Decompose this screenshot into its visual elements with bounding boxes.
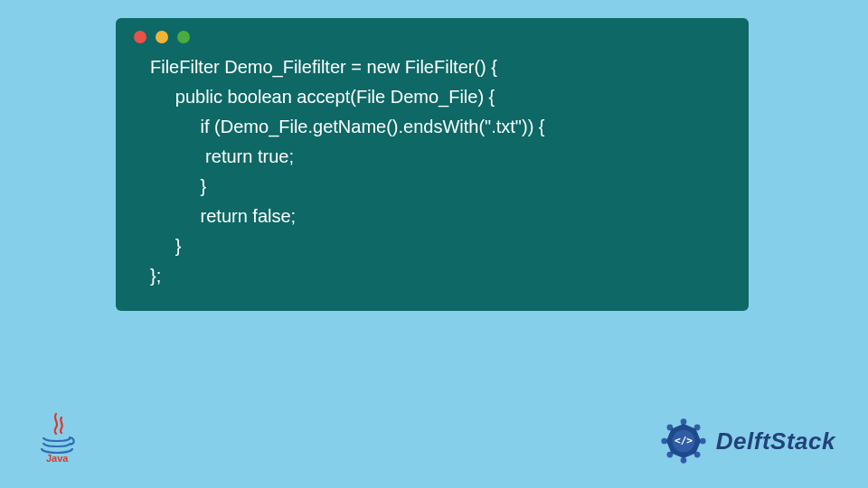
code-window: FileFilter Demo_Filefilter = new FileFil… — [116, 18, 749, 311]
window-controls — [116, 18, 749, 51]
code-line: }; — [150, 266, 161, 286]
delftstack-logo-label: DelftStack — [716, 427, 835, 455]
svg-text:</>: </> — [675, 435, 693, 446]
code-line: return true; — [150, 146, 294, 166]
code-line: if (Demo_File.getName().endsWith(".txt")… — [150, 117, 545, 136]
code-line: } — [150, 236, 181, 256]
minimize-icon[interactable] — [156, 31, 168, 43]
close-icon[interactable] — [134, 31, 146, 43]
maximize-icon[interactable] — [177, 31, 190, 43]
code-line: } — [150, 176, 206, 196]
delftstack-logo: </> DelftStack — [658, 416, 835, 466]
code-line: return false; — [150, 206, 296, 226]
code-line: public boolean accept(File Demo_File) { — [150, 87, 495, 107]
delftstack-badge-icon: </> — [658, 416, 709, 466]
java-logo-label: Java — [46, 453, 69, 464]
code-snippet: FileFilter Demo_Filefilter = new FileFil… — [116, 51, 749, 295]
java-logo-icon: Java — [34, 410, 80, 465]
code-line: FileFilter Demo_Filefilter = new FileFil… — [150, 57, 497, 77]
